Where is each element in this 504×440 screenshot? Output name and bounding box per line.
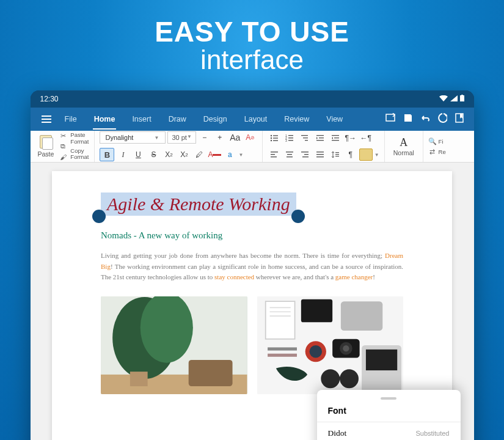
format-painter-button[interactable]: 🖌: [57, 153, 68, 161]
find-button[interactable]: 🔍Fi: [427, 137, 448, 145]
document-area[interactable]: Agile & Remote Working Nomads - A new wa…: [31, 163, 474, 440]
subscript-button[interactable]: X2: [162, 148, 175, 161]
device-frame: 12:30 File Home Insert Draw Design Layou…: [31, 90, 474, 440]
svg-rect-11: [288, 135, 293, 136]
svg-point-56: [309, 345, 322, 358]
svg-rect-31: [301, 152, 309, 152]
svg-rect-36: [316, 156, 324, 157]
svg-rect-0: [460, 95, 464, 101]
menu-review[interactable]: Review: [277, 110, 316, 128]
svg-point-4: [271, 135, 272, 136]
undo-icon[interactable]: [418, 114, 433, 125]
svg-rect-45: [130, 372, 148, 386]
menu-layout[interactable]: Layout: [237, 110, 275, 128]
rtl-button[interactable]: ←¶: [359, 132, 373, 144]
bookmark-icon[interactable]: [452, 113, 467, 125]
ribbon: Paste ✂ ⧉ 🖌 Paste Format Copy Format Dyn…: [31, 131, 474, 163]
svg-rect-22: [332, 135, 339, 136]
font-size-select[interactable]: 30 pt▼: [167, 131, 195, 144]
doc-body[interactable]: Living and getting your job done from an…: [101, 251, 403, 283]
save-icon[interactable]: [401, 113, 415, 125]
svg-rect-35: [316, 154, 324, 155]
italic-button[interactable]: I: [116, 148, 130, 161]
multilevel-button[interactable]: [298, 132, 312, 144]
selection-handle-left[interactable]: [92, 210, 106, 223]
image-flatlay[interactable]: [257, 296, 404, 394]
decrease-font-button[interactable]: −: [198, 131, 211, 144]
svg-rect-7: [273, 138, 278, 138]
align-right-button[interactable]: [298, 148, 312, 161]
font-color-button[interactable]: A: [208, 148, 221, 161]
svg-point-6: [271, 138, 272, 139]
font-option[interactable]: DidotSubstituted: [317, 422, 461, 440]
bullets-button[interactable]: [268, 132, 281, 144]
align-center-button[interactable]: [283, 148, 296, 161]
copy-icon: ⧉: [59, 143, 67, 150]
image-plant-desk[interactable]: [101, 296, 247, 394]
svg-rect-52: [340, 301, 382, 331]
strikethrough-button[interactable]: S: [147, 148, 160, 161]
svg-rect-1: [461, 95, 463, 95]
menu-home[interactable]: Home: [87, 110, 123, 128]
case-button[interactable]: Aa: [228, 131, 242, 144]
brush-icon: 🖌: [59, 153, 67, 161]
selection-handle-right[interactable]: [291, 210, 305, 223]
search-icon: 🔍: [429, 138, 436, 145]
clock: 12:30: [40, 95, 59, 103]
svg-text:3: 3: [285, 139, 287, 142]
justify-button[interactable]: [313, 148, 327, 161]
shading-button[interactable]: [359, 148, 373, 161]
line-spacing-button[interactable]: [329, 148, 342, 161]
align-left-button[interactable]: [268, 148, 281, 161]
menu-design[interactable]: Design: [196, 110, 235, 128]
copy-format-button[interactable]: Copy Format: [68, 147, 90, 161]
replace-button[interactable]: ⇄Re: [427, 147, 448, 156]
screen-icon[interactable]: [384, 113, 398, 125]
menu-view[interactable]: View: [319, 110, 350, 128]
decrease-indent-button[interactable]: [313, 132, 327, 144]
menu-draw[interactable]: Draw: [161, 110, 194, 128]
menu-insert[interactable]: Insert: [125, 110, 158, 128]
svg-rect-27: [271, 156, 277, 157]
font-name-select[interactable]: Dynalight▼: [100, 131, 166, 144]
scissors-icon: ✂: [59, 133, 67, 140]
svg-rect-9: [273, 140, 278, 141]
svg-rect-16: [301, 135, 308, 136]
svg-rect-15: [288, 140, 293, 141]
paragraph-mark-button[interactable]: ¶: [344, 148, 357, 161]
text-effect-button[interactable]: a: [223, 148, 236, 161]
svg-rect-29: [287, 154, 292, 155]
doc-subtitle[interactable]: Nomads - A new way of working: [101, 230, 403, 241]
svg-rect-30: [287, 156, 293, 157]
clear-format-button[interactable]: A⊘: [244, 131, 257, 144]
paste-button[interactable]: Paste: [34, 133, 58, 160]
svg-rect-64: [337, 376, 343, 380]
font-panel-title: Font: [317, 405, 461, 422]
ltr-button[interactable]: ¶→: [344, 132, 357, 144]
underline-button[interactable]: U: [131, 148, 145, 161]
redo-icon[interactable]: [435, 113, 450, 125]
menu-file[interactable]: File: [57, 110, 84, 128]
style-normal-button[interactable]: A Normal: [389, 134, 419, 158]
paste-format-button[interactable]: Paste Format: [68, 131, 90, 145]
svg-rect-53: [268, 347, 297, 350]
bold-button[interactable]: B: [100, 148, 114, 161]
svg-rect-20: [319, 138, 324, 138]
svg-rect-61: [365, 350, 396, 370]
svg-rect-33: [302, 156, 309, 157]
superscript-button[interactable]: X2: [177, 148, 191, 161]
numbering-button[interactable]: 123: [283, 132, 296, 144]
highlight-button[interactable]: 🖊: [192, 148, 206, 161]
svg-rect-2: [386, 114, 395, 121]
cut-button[interactable]: ✂: [57, 132, 68, 141]
svg-rect-44: [189, 360, 233, 386]
doc-title[interactable]: Agile & Remote Working: [101, 193, 296, 216]
svg-rect-54: [268, 353, 297, 356]
drag-handle[interactable]: [381, 397, 396, 400]
hamburger-icon[interactable]: [38, 112, 55, 127]
increase-font-button[interactable]: +: [213, 131, 227, 144]
increase-indent-button[interactable]: [329, 132, 342, 144]
copy-button[interactable]: ⧉: [57, 142, 68, 151]
svg-rect-13: [288, 138, 293, 138]
svg-rect-18: [305, 140, 308, 141]
